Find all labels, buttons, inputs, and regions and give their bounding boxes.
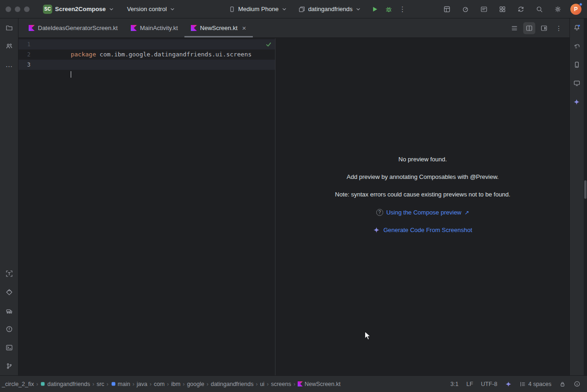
- status-info-button[interactable]: [574, 380, 581, 387]
- gemini-sparkle-icon: [573, 98, 580, 105]
- breadcrumb-item-file[interactable]: NewScreen.kt: [297, 380, 342, 388]
- gradle-tool-button[interactable]: [570, 37, 584, 55]
- sparkle-icon: [373, 227, 380, 233]
- breadcrumb-item[interactable]: main: [110, 380, 131, 388]
- info-icon: [574, 380, 581, 387]
- gemini-status-button[interactable]: [505, 381, 512, 387]
- left-tool-strip: …: [0, 18, 18, 375]
- code-editor[interactable]: 1package com.ibm.google.datingandfriends…: [18, 38, 275, 375]
- plugins-icon: [499, 6, 506, 13]
- code-line-3[interactable]: 3: [18, 60, 275, 70]
- notifications-button[interactable]: [570, 18, 584, 37]
- layout-inspector-icon: [443, 6, 451, 13]
- code-line-2[interactable]: 2: [18, 49, 275, 60]
- bell-icon: [573, 24, 581, 31]
- breadcrumb-label: NewScreen.kt: [305, 381, 341, 387]
- layout-validation-button[interactable]: [0, 264, 18, 283]
- device-manager-button[interactable]: [570, 55, 584, 74]
- breadcrumb-separator-icon: ›: [292, 381, 297, 387]
- tab-mainactivity[interactable]: MainActivity.kt: [124, 18, 184, 37]
- breadcrumb-item[interactable]: _circle_2_fix: [1, 380, 35, 388]
- chevron-down-icon: [281, 6, 287, 12]
- project-selector[interactable]: SC Screen2Compose: [40, 3, 117, 16]
- kotlin-file-icon: [191, 25, 197, 31]
- gear-icon: [554, 6, 562, 13]
- tab-dateideasgeneratorscreen[interactable]: DateIdeasGeneratorScreen.kt: [22, 18, 124, 37]
- build-tool-button[interactable]: [0, 301, 18, 320]
- window-controls: [6, 6, 30, 12]
- avatar[interactable]: P: [570, 4, 581, 15]
- run-configuration-selector[interactable]: datingandfriends: [295, 4, 364, 15]
- maximize-window-button[interactable]: [24, 6, 30, 12]
- search-everywhere-button[interactable]: [533, 3, 545, 15]
- indent-widget[interactable]: 4 spaces: [520, 381, 551, 387]
- logcat-button[interactable]: [478, 3, 490, 15]
- close-tab-icon[interactable]: ×: [242, 24, 246, 31]
- gradle-sync-button[interactable]: [515, 3, 527, 15]
- scrollbar-thumb[interactable]: [584, 180, 587, 199]
- play-icon: [371, 6, 379, 13]
- breadcrumb-item[interactable]: ibm: [170, 380, 181, 388]
- breadcrumb-item[interactable]: src: [96, 380, 105, 388]
- resource-manager-button[interactable]: [0, 283, 18, 301]
- device-label: Medium Phone: [238, 6, 278, 12]
- more-tool-windows-button[interactable]: …: [0, 55, 18, 74]
- code-mode-icon: [511, 24, 518, 32]
- settings-button[interactable]: [552, 3, 564, 15]
- breadcrumb-item[interactable]: datingandfriends: [39, 380, 91, 388]
- breadcrumb-item[interactable]: ui: [259, 380, 265, 388]
- line-number: 3: [18, 60, 31, 70]
- readonly-toggle-button[interactable]: [559, 381, 566, 387]
- project-tool-button[interactable]: [0, 18, 18, 37]
- terminal-tool-button[interactable]: [0, 338, 18, 357]
- chevron-down-icon: [355, 6, 361, 12]
- caret-position-widget[interactable]: 3:1: [451, 381, 459, 387]
- tab-options-button[interactable]: ⋮: [553, 22, 565, 34]
- debug-button[interactable]: [382, 2, 396, 16]
- close-window-button[interactable]: [6, 6, 11, 12]
- gradle-elephant-icon: [573, 43, 581, 50]
- breadcrumb-item[interactable]: screens: [270, 380, 292, 388]
- gemini-tool-button[interactable]: [570, 92, 584, 111]
- breadcrumb-separator-icon: ›: [181, 381, 186, 387]
- tab-newscreen[interactable]: NewScreen.kt ×: [184, 18, 253, 37]
- module-icon: [40, 381, 45, 386]
- version-control-selector[interactable]: Version control: [124, 4, 178, 14]
- breadcrumb-item[interactable]: java: [136, 380, 148, 388]
- breadcrumb-separator-icon: ›: [105, 381, 110, 387]
- generate-code-from-screenshot-link[interactable]: Generate Code From Screenshot: [373, 227, 472, 233]
- check-icon: [265, 41, 272, 48]
- more-vertical-icon: ⋮: [556, 24, 562, 32]
- breadcrumb-item[interactable]: google: [186, 380, 205, 388]
- device-selector[interactable]: Medium Phone: [226, 4, 290, 14]
- minimize-window-button[interactable]: [15, 6, 20, 12]
- compose-preview-docs-link[interactable]: ? Using the Compose preview ↗: [376, 209, 470, 216]
- run-button[interactable]: [368, 2, 382, 16]
- kotlin-file-icon: [29, 25, 35, 31]
- running-devices-button[interactable]: [570, 74, 584, 92]
- people-icon: [6, 43, 13, 50]
- run-configuration-icon: [298, 6, 306, 13]
- plugins-button[interactable]: [496, 3, 508, 15]
- design-mode-button[interactable]: [538, 22, 550, 34]
- logcat-icon: [480, 6, 488, 13]
- profiler-button[interactable]: [459, 3, 471, 15]
- code-line-1[interactable]: 1package com.ibm.google.datingandfriends…: [18, 39, 275, 49]
- problems-tool-button[interactable]: [0, 320, 18, 338]
- layout-inspector-button[interactable]: [441, 3, 453, 15]
- line-separator-widget[interactable]: LF: [466, 381, 473, 387]
- phone-icon: [229, 6, 235, 12]
- commit-tool-button[interactable]: [0, 37, 18, 55]
- more-run-actions-button[interactable]: ⋮: [396, 2, 410, 16]
- split-mode-button[interactable]: [523, 22, 535, 34]
- encoding-widget[interactable]: UTF-8: [481, 381, 497, 387]
- scrollbar-track[interactable]: [583, 18, 587, 375]
- docs-link-label: Using the Compose preview: [386, 209, 462, 216]
- version-control-tool-button[interactable]: [0, 357, 18, 375]
- breadcrumb-item[interactable]: datingandfriends: [210, 380, 254, 388]
- breadcrumb-label: datingandfriends: [47, 381, 90, 387]
- breadcrumb-item[interactable]: com: [153, 380, 166, 388]
- code-mode-button[interactable]: [508, 22, 520, 34]
- inspections-status-button[interactable]: [265, 41, 272, 49]
- indent-label: 4 spaces: [528, 381, 551, 387]
